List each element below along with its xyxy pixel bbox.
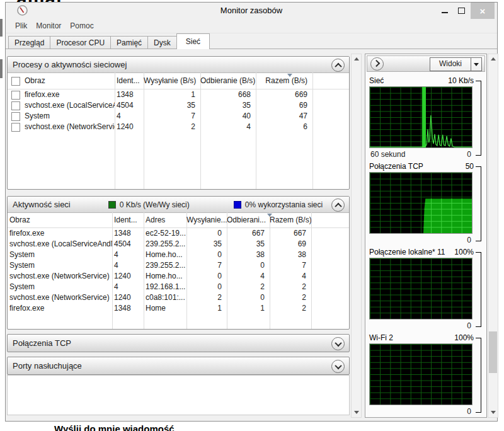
cell-image: System [8,282,112,292]
tab-dysk[interactable]: Dysk [147,36,177,49]
scroll-up-icon[interactable] [352,54,361,64]
chart-title: Wi-Fi 2 [369,333,393,343]
col-razem[interactable]: Razem (B/s) [270,212,311,227]
tab-strip: Przegląd Procesor CPU Pamięć Dysk Sieć [6,33,497,49]
table-row[interactable]: System 4 Home.ho... 0 38 38 [8,250,349,260]
menu-pomoc[interactable]: Pomoc [66,20,98,32]
io-legend: 0 Kb/s (We/Wy sieci) [108,200,190,209]
scroll-down-icon[interactable] [352,408,361,417]
table-row[interactable]: svchost.exe (NetworkService) 1240 2 4 6 [8,122,349,132]
table-row[interactable]: svchost.exe (LocalServiceAndNo... 4504 2… [8,239,349,250]
section-title: Procesy o aktywności sieciowej [13,60,127,69]
cell-adres: Home.ho... [144,250,186,260]
scroll-down-icon[interactable] [488,408,498,417]
chevron-up-icon [335,202,341,209]
activity-table: Obraz Ident... Adres Wysyłanie... Odbier… [8,212,349,329]
tab-pamiec[interactable]: Pamięć [110,36,148,49]
tab-przeglad[interactable]: Przegląd [8,36,50,49]
menu-plik[interactable]: Plik [11,20,32,32]
io-legend-label: 0 Kb/s (We/Wy sieci) [120,200,190,209]
cell-image: System [8,250,112,260]
scroll-up-icon[interactable] [488,54,498,64]
cell-pid: 1240 [112,292,144,303]
table-row[interactable]: System 4 7 40 47 [8,111,349,122]
close-button[interactable]: × [471,3,495,19]
cell-adres: 239.255.2... [144,239,186,250]
right-scrollbar[interactable] [488,54,498,418]
empty-content-area [7,375,350,415]
menu-monitor[interactable]: Monitor [32,20,66,32]
cell-recv: 667 [227,228,270,239]
cell-recv: 0 [227,260,270,271]
left-scrollbar[interactable] [351,54,362,418]
table-row[interactable]: firefox.exe 1348 1 668 669 [8,89,349,100]
chart-title: Połączenia TCP [369,161,423,171]
col-razem[interactable]: Razem (B/s) [256,72,312,89]
row-checkbox[interactable] [11,123,20,132]
collapse-button[interactable] [331,198,345,212]
col-odbieranie[interactable]: Odbierani... [227,212,270,227]
cell-pid: 1240 [115,122,144,132]
collapse-panel-button[interactable] [370,57,384,71]
background-link[interactable]: Wyślij do mnie wiadomość [54,423,175,431]
table-row[interactable]: svchost.exe (NetworkService) 1240 c0a8:1… [8,292,349,303]
table-row[interactable]: firefox.exe 1348 ec2-52-19... 0 667 667 [8,228,349,239]
charts-panel: Widoki Sieć 10 Kb/s 60 sekund 0 Połączen… [365,54,487,418]
section-tcp-connections[interactable]: Połączenia TCP [7,334,350,352]
chart-xlabel: 60 sekund [370,149,405,159]
cell-adres: Home.ho... [144,271,186,282]
col-ident[interactable]: Ident... [112,212,144,227]
cell-pid: 4504 [115,100,144,111]
section-title: Porty nasłuchujące [13,361,82,371]
col-ident[interactable]: Ident... [115,72,144,89]
cell-send: 35 [144,100,200,111]
section-activity-header[interactable]: Aktywność sieci 0 Kb/s (We/Wy sieci) 0% … [8,197,349,213]
minimize-button[interactable] [438,3,452,19]
table-header-row[interactable]: Obraz Ident... Adres Wysyłanie... Odbier… [8,212,349,228]
col-odbieranie[interactable]: Odbieranie (B/s) [200,72,256,89]
chart-title: Sieć [369,76,384,86]
tab-procesor-cpu[interactable]: Procesor CPU [50,36,111,49]
cell-adres: Home [144,303,186,314]
chart-tcp: Połączenia TCP 50 0 [368,161,484,246]
table-row[interactable]: svchost.exe (NetworkService) 1240 Home.h… [8,271,349,282]
scrollbar-thumb[interactable] [489,331,497,373]
table-header-row[interactable]: Obraz Ident... Wysyłanie (B/s) Odbierani… [8,72,349,89]
table-row[interactable]: System 4 192.168.1... 0 2 2 [8,282,349,292]
section-processes-header[interactable]: Procesy o aktywności sieciowej [8,57,349,73]
maximize-button[interactable] [454,3,468,19]
table-row[interactable]: System 4 239.255.2... 7 0 7 [8,260,349,271]
collapse-button[interactable] [331,59,345,72]
views-button[interactable]: Widoki [430,57,482,71]
expand-button[interactable] [331,360,345,373]
cell-total: 7 [270,260,311,271]
row-checkbox[interactable] [11,112,20,121]
col-wysylanie[interactable]: Wysyłanie... [186,212,227,227]
col-obraz[interactable]: Obraz [23,72,115,89]
chart-min-label: 0 [467,321,471,331]
expand-button[interactable] [331,337,345,350]
col-obraz[interactable]: Obraz [8,212,112,227]
table-row[interactable]: svchost.exe (LocalServiceAn... 4504 35 3… [8,100,349,111]
cell-send: 0 [186,271,227,282]
col-wysylanie[interactable]: Wysyłanie (B/s) [144,72,200,89]
cell-pid: 4504 [112,239,144,250]
cell-send: 1 [144,89,200,100]
table-row[interactable]: firefox.exe 1348 Home 1 1 2 [8,303,349,314]
wifi-graph [369,343,472,405]
cell-total: 4 [270,271,311,282]
background-artifact [0,19,3,37]
title-bar[interactable]: Monitor zasobów × [6,3,497,19]
select-all-checkbox[interactable] [11,77,20,86]
chevron-down-icon [335,362,341,369]
col-adres[interactable]: Adres [144,212,186,227]
chevron-up-icon [335,62,341,69]
row-checkbox[interactable] [11,91,20,100]
tab-siec[interactable]: Sieć [176,33,210,49]
views-dropdown-arrow[interactable] [471,58,481,71]
row-checkbox[interactable] [11,101,20,110]
section-title: Aktywność sieci [13,200,71,209]
section-listening-ports[interactable]: Porty nasłuchujące [7,357,350,375]
views-button-label[interactable]: Widoki [430,58,471,71]
scale-bracket [476,81,481,156]
